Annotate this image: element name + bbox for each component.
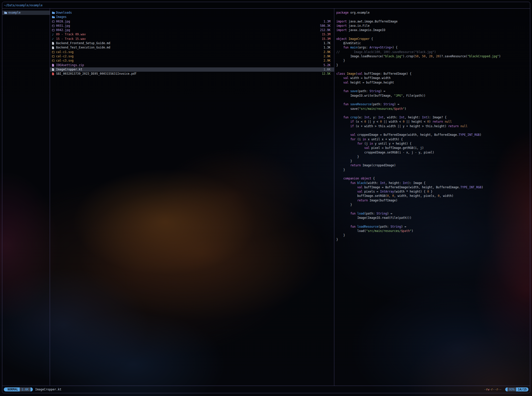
- powerline-left-cap: [4, 387, 6, 391]
- code-line: if (x + width > this.width || y + height…: [336, 124, 530, 128]
- terminal-window: ~/Data/example/example example Downloads…: [2, 2, 530, 393]
- folder-icon: [52, 16, 56, 18]
- parent-pane: example: [2, 9, 50, 386]
- kotlin-file-icon: [52, 68, 56, 71]
- code-line: val pixel = buffImage.getRGB(i, j): [336, 146, 530, 150]
- code-line: for (j in y until y + height) {: [336, 142, 530, 146]
- file-row[interactable]: cal-c3.svg2.9K: [50, 59, 334, 63]
- code-line: import java.io.File: [336, 24, 530, 28]
- code-line: [336, 32, 530, 37]
- powerline-left-separator: [505, 387, 508, 391]
- file-name: 0042.jpg: [56, 28, 70, 32]
- file-row[interactable]: ♪09 - Track 09.wav15.3M: [50, 32, 334, 37]
- svg-file-icon: [52, 51, 56, 53]
- code-line: buffImage.setRGB(0, 0, width, height, pi…: [336, 194, 530, 198]
- audio-file-icon: ♪: [52, 34, 56, 36]
- code-line: [336, 85, 530, 89]
- code-line: package org.example: [336, 11, 530, 15]
- status-bar: NORMAL 1.6K ImageCropper.kt -rw-r--r-- 9…: [2, 386, 530, 393]
- file-name: 0031.jpg: [56, 24, 70, 28]
- file-size: 212.9K: [317, 28, 331, 32]
- file-row[interactable]: ♪15 - Track 15.wav15.3M: [50, 37, 334, 41]
- file-row[interactable]: Downloads: [50, 11, 334, 15]
- file-row[interactable]: SBI_0032013739_2023_DE05_0003155631Invoi…: [50, 72, 334, 76]
- file-row[interactable]: Images: [50, 15, 334, 19]
- code-line: }: [336, 159, 530, 163]
- file-row[interactable]: 0042.jpg212.9K: [50, 28, 334, 32]
- code-line: import java.awt.image.BufferedImage: [336, 19, 530, 24]
- code-line: [336, 67, 530, 72]
- status-left-group: NORMAL 1.6K ImageCropper.kt: [4, 387, 61, 391]
- code-line: load("src/main/resources/$path"): [336, 229, 530, 233]
- powerline-right-separator: [31, 387, 33, 391]
- file-row[interactable]: ImageCropper.kt1.6K: [50, 67, 334, 72]
- file-name: 09 - Track 09.wav: [56, 32, 86, 37]
- code-line: Image(ImageIO.read(File(path))): [336, 216, 530, 220]
- mode-badge: NORMAL: [6, 387, 20, 391]
- file-size: 5.2K: [320, 63, 331, 67]
- file-size: 2.9K: [320, 50, 331, 54]
- file-size: 12.5K: [319, 72, 331, 76]
- file-size: 1.6K: [320, 67, 331, 72]
- code-line: import javax.imageio.ImageIO: [336, 28, 530, 32]
- file-name: Downloads: [56, 11, 72, 15]
- parent-dir-item[interactable]: example: [2, 11, 50, 15]
- code-line: [336, 220, 530, 224]
- code-line: [336, 111, 530, 115]
- code-line: fun saveResource(path: String) =: [336, 102, 530, 107]
- code-line: fun save(path: String) =: [336, 89, 530, 93]
- markdown-file-icon: [52, 42, 56, 45]
- file-name: ImageCropper.kt: [56, 67, 82, 72]
- file-name: 0028.jpg: [56, 19, 70, 24]
- code-line: }: [336, 155, 530, 159]
- file-row[interactable]: Backend_Frontend_Setup_Guide.md1.7K: [50, 41, 334, 45]
- pdf-file-icon: [52, 72, 56, 75]
- file-row[interactable]: 0031.jpg586.3K: [50, 24, 334, 28]
- file-name: cal-c3.svg: [56, 59, 73, 63]
- status-right-group: -rw-r--r-- 93% 14/15: [484, 387, 528, 391]
- file-name: cal-c1.svg: [56, 50, 73, 54]
- scroll-percent-badge: 93%: [508, 387, 516, 391]
- file-row[interactable]: Backend_Test_Execution_Guide.md1.3K: [50, 45, 334, 50]
- file-name: SBI_0032013739_2023_DE05_0003155631Invoi…: [56, 72, 137, 76]
- file-size: 2.9K: [320, 54, 331, 59]
- file-size: 1.3K: [320, 45, 331, 50]
- code-line: val buffImage = BufferedImage(width, hei…: [336, 185, 530, 190]
- code-line: return Image(buffImage): [336, 198, 530, 203]
- file-name: 15 - Track 15.wav: [56, 37, 86, 41]
- code-line: }: [336, 203, 530, 207]
- code-line: }: [336, 59, 530, 63]
- code-line: val width = buffImage.width: [336, 76, 530, 80]
- code-line: for (i in x until x + width) {: [336, 137, 530, 142]
- code-line: save("src/main/resources/$path"): [336, 107, 530, 111]
- code-line: object ImageCropper {: [336, 37, 530, 41]
- code-line: fun black(width: Int, height: Int): Imag…: [336, 181, 530, 185]
- file-size: 15.3M: [319, 37, 331, 41]
- file-name: IDEAsettings.zip: [56, 63, 84, 67]
- zip-archive-icon: [52, 64, 56, 67]
- code-line: [336, 15, 530, 19]
- code-line: companion object {: [336, 176, 530, 181]
- code-line: fun main(args: Array<String>) {: [336, 45, 530, 50]
- code-line: croppedImage.setRGB(i - x, j - y, pixel): [336, 150, 530, 155]
- code-line: Image.loadResource("black.jpg").crop(50,…: [336, 54, 530, 59]
- file-row[interactable]: cal-c2.svg2.9K: [50, 54, 334, 59]
- file-size: 1.7K: [320, 41, 331, 45]
- code-line: val pixels = IntArray(width * height) { …: [336, 190, 530, 194]
- code-line: fun load(path: String) =: [336, 212, 530, 216]
- panes: example DownloadsImages0028.jpg1.3M0031.…: [2, 8, 530, 386]
- image-file-icon: [52, 29, 56, 31]
- file-name: Images: [56, 15, 67, 19]
- code-line: }: [336, 237, 530, 242]
- code-line: [336, 98, 530, 102]
- file-name: Backend_Frontend_Setup_Guide.md: [56, 41, 110, 45]
- file-size: 1.3M: [320, 19, 331, 24]
- breadcrumb: ~/Data/example/example: [2, 2, 530, 8]
- file-row[interactable]: 0028.jpg1.3M: [50, 19, 334, 24]
- svg-file-icon: [52, 60, 56, 62]
- file-size: 2.9K: [320, 59, 331, 63]
- file-row[interactable]: cal-c1.svg2.9K: [50, 50, 334, 54]
- file-row[interactable]: IDEAsettings.zip5.2K: [50, 63, 334, 67]
- preview-pane[interactable]: package org.example import java.awt.imag…: [334, 9, 530, 386]
- code-line: val height = buffImage.height: [336, 81, 530, 85]
